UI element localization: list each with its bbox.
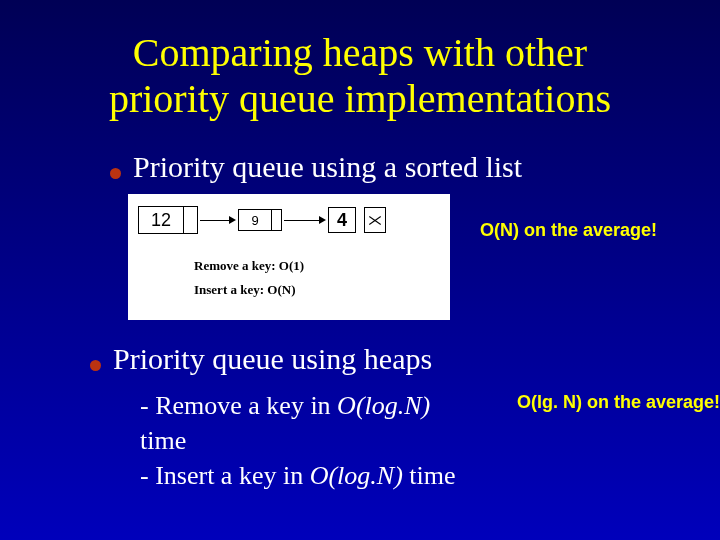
list-node-ptr (272, 209, 282, 231)
insert-complexity: Insert a key: O(N) (194, 282, 440, 298)
list-node: 9 (238, 209, 272, 231)
bullet-heaps: Priority queue using heaps (90, 342, 720, 376)
sorted-list-diagram: 12 9 4 Remove a key: O(1) Insert a key: … (128, 194, 450, 320)
heaps-section: - Remove a key in O(log.N) time - Insert… (140, 388, 720, 493)
bullet-text-1: Priority queue using a sorted list (133, 150, 522, 184)
heap-remove-line: - Remove a key in O(log.N) time (140, 388, 483, 458)
heap-insert-prefix: - Insert a key in (140, 461, 310, 490)
heap-remove-prefix: - Remove a key in (140, 391, 337, 420)
title-line-2: priority queue implementations (109, 76, 611, 121)
heap-remove-bigO: O(log.N) (337, 391, 430, 420)
slide-title: Comparing heaps with other priority queu… (0, 0, 720, 132)
bullet-text-2: Priority queue using heaps (113, 342, 432, 376)
bullet-sorted-list: Priority queue using a sorted list (110, 150, 720, 184)
heap-insert-line: - Insert a key in O(log.N) time (140, 458, 483, 493)
linked-list-row: 12 9 4 (138, 204, 440, 236)
heap-insert-bigO: O(log.N) (310, 461, 403, 490)
bullet-icon (110, 168, 121, 179)
sidenote-heaps: O(lg. N) on the average! (517, 392, 720, 413)
heap-insert-suffix: time (403, 461, 456, 490)
list-node-ptr (184, 206, 198, 234)
arrow-icon (198, 206, 238, 234)
list-node: 12 (138, 206, 184, 234)
sidenote-sorted-list: O(N) on the average! (480, 220, 657, 241)
title-line-1: Comparing heaps with other (133, 30, 587, 75)
list-node: 4 (328, 207, 356, 233)
sorted-list-complexity: Remove a key: O(1) Insert a key: O(N) (138, 258, 440, 298)
heap-remove-suffix: time (140, 426, 186, 455)
heap-complexity-lines: - Remove a key in O(log.N) time - Insert… (140, 388, 483, 493)
bullet-icon (90, 360, 101, 371)
null-terminator-icon (364, 207, 386, 233)
remove-complexity: Remove a key: O(1) (194, 258, 440, 274)
sorted-list-section: 12 9 4 Remove a key: O(1) Insert a key: … (128, 194, 720, 320)
arrow-icon (282, 206, 328, 234)
